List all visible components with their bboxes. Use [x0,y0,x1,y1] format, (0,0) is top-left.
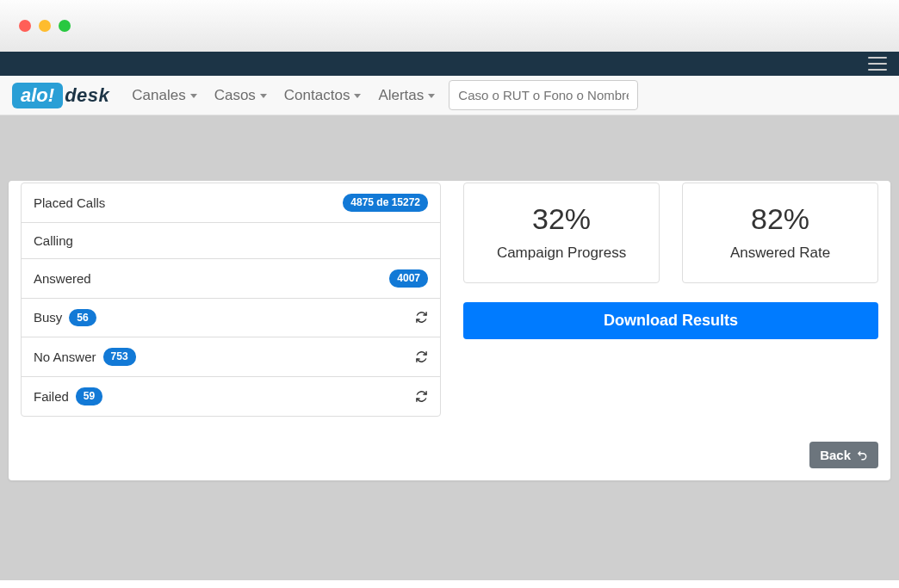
stat-answered-rate: 82% Answered Rate [682,183,878,283]
item-label: Busy [34,310,62,325]
back-label: Back [820,448,851,462]
nav-casos[interactable]: Casos [214,87,267,104]
item-label: Answered [34,271,91,286]
back-button[interactable]: Back [809,442,878,468]
stats-column: 32% Campaign Progress 82% Answered Rate … [463,183,878,339]
window-zoom-dot[interactable] [59,20,71,32]
logo-bubble: alo! [12,83,63,108]
nav-alertas[interactable]: Alertas [378,87,435,104]
page-background: Placed Calls 4875 de 15272 Calling Answe… [0,115,899,580]
stat-value: 32% [473,202,650,236]
stat-value: 82% [691,202,869,236]
list-item-answered[interactable]: Answered 4007 [22,259,440,299]
nav-canales[interactable]: Canales [132,87,196,104]
list-item-failed[interactable]: Failed 59 [22,377,440,416]
item-label: Failed [34,389,69,404]
refresh-icon[interactable] [415,350,428,363]
main-panel: Placed Calls 4875 de 15272 Calling Answe… [9,181,890,480]
nav-items: Canales Casos Contactos Alertas [132,87,435,104]
hamburger-menu-icon[interactable] [868,57,887,71]
list-item-no-answer[interactable]: No Answer 753 [22,337,440,377]
undo-icon [856,449,868,461]
badge-placed-calls: 4875 de 15272 [343,194,428,212]
badge-failed: 59 [76,387,102,405]
refresh-icon[interactable] [415,390,428,403]
search-input[interactable] [449,80,638,110]
badge-no-answer: 753 [103,348,136,366]
stat-campaign-progress: 32% Campaign Progress [463,183,660,283]
chevron-down-icon [190,94,197,98]
navbar: alo! desk Canales Casos Contactos Alerta… [0,76,899,115]
nav-label: Casos [214,87,256,104]
chevron-down-icon [428,94,435,98]
stat-label: Answered Rate [691,244,869,262]
window-chrome [0,0,899,52]
call-status-list: Placed Calls 4875 de 15272 Calling Answe… [21,183,441,417]
nav-contactos[interactable]: Contactos [284,87,362,104]
nav-label: Canales [132,87,185,104]
item-label: Placed Calls [34,195,105,210]
download-results-button[interactable]: Download Results [463,302,878,339]
topbar [0,52,899,76]
logo[interactable]: alo! desk [12,83,109,108]
logo-text: desk [65,84,109,107]
stat-label: Campaign Progress [473,244,650,262]
window-close-dot[interactable] [19,20,31,32]
badge-busy: 56 [69,309,96,327]
refresh-icon[interactable] [415,311,428,324]
window-minimize-dot[interactable] [39,20,51,32]
nav-label: Alertas [378,87,424,104]
item-label: No Answer [34,350,96,364]
list-item-placed-calls[interactable]: Placed Calls 4875 de 15272 [22,183,440,223]
chevron-down-icon [260,94,267,98]
list-item-calling[interactable]: Calling [22,223,440,259]
list-item-busy[interactable]: Busy 56 [22,299,440,338]
badge-answered: 4007 [389,269,428,288]
chevron-down-icon [354,94,361,98]
item-label: Calling [34,233,73,248]
nav-label: Contactos [284,87,350,104]
